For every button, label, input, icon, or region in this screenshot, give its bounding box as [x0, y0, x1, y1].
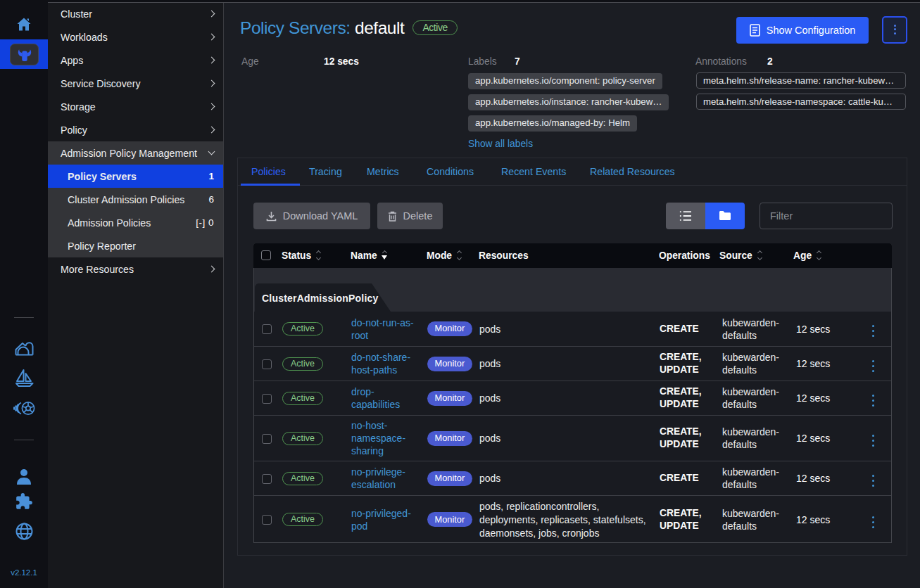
svg-text:ClusterAdmissionPolicy: ClusterAdmissionPolicy: [262, 293, 378, 304]
